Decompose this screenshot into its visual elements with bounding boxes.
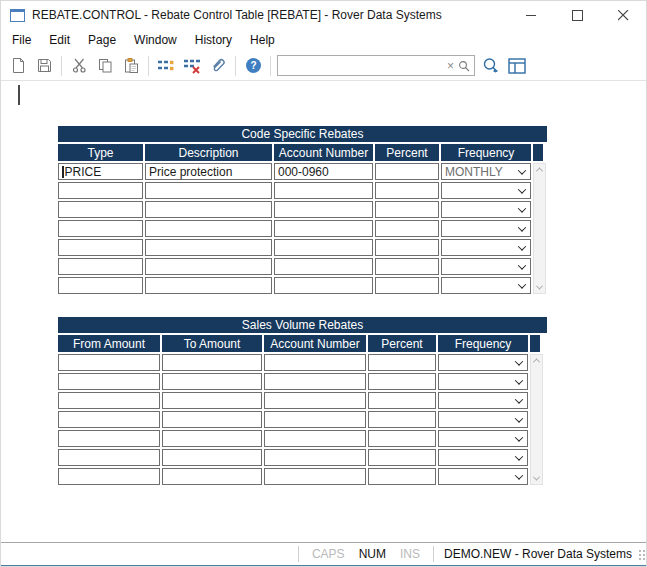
cell-account_number[interactable] bbox=[264, 354, 366, 371]
cell-frequency[interactable] bbox=[441, 277, 531, 294]
cell-from_amount[interactable] bbox=[58, 411, 160, 428]
cell-description[interactable] bbox=[145, 220, 272, 237]
cell-frequency[interactable] bbox=[438, 468, 528, 485]
cell-type[interactable] bbox=[58, 182, 143, 199]
delete-row-button[interactable] bbox=[180, 54, 204, 78]
cell-from_amount[interactable] bbox=[58, 468, 160, 485]
cell-frequency[interactable] bbox=[438, 411, 528, 428]
chevron-down-icon[interactable] bbox=[518, 204, 526, 212]
cell-frequency[interactable] bbox=[438, 354, 528, 371]
save-button[interactable] bbox=[32, 54, 56, 78]
cell-frequency[interactable] bbox=[441, 220, 531, 237]
chevron-down-icon[interactable] bbox=[518, 185, 526, 193]
search-clear-icon[interactable]: × bbox=[444, 60, 457, 72]
chevron-down-icon[interactable] bbox=[518, 242, 526, 250]
cell-description[interactable] bbox=[145, 239, 272, 256]
cell-account_number[interactable] bbox=[274, 220, 373, 237]
chevron-down-icon[interactable] bbox=[518, 223, 526, 231]
cell-percent[interactable] bbox=[375, 277, 439, 294]
cell-from_amount[interactable] bbox=[58, 449, 160, 466]
chevron-down-icon[interactable] bbox=[515, 433, 523, 441]
paste-button[interactable] bbox=[119, 54, 143, 78]
resize-grip[interactable] bbox=[636, 551, 645, 560]
cell-account_number[interactable] bbox=[264, 373, 366, 390]
cell-percent[interactable] bbox=[368, 449, 436, 466]
cell-type[interactable] bbox=[58, 239, 143, 256]
cell-type[interactable] bbox=[58, 258, 143, 275]
search-icon[interactable] bbox=[457, 60, 474, 72]
cell-frequency[interactable]: MONTHLY bbox=[441, 163, 531, 180]
cell-to_amount[interactable] bbox=[162, 449, 262, 466]
cell-account_number[interactable] bbox=[274, 182, 373, 199]
cell-percent[interactable] bbox=[368, 468, 436, 485]
cell-to_amount[interactable] bbox=[162, 354, 262, 371]
scroll-up-icon[interactable] bbox=[532, 355, 541, 366]
cell-percent[interactable] bbox=[368, 392, 436, 409]
menu-history[interactable]: History bbox=[186, 30, 241, 50]
cell-frequency[interactable] bbox=[441, 182, 531, 199]
cell-from_amount[interactable] bbox=[58, 354, 160, 371]
cell-frequency[interactable] bbox=[441, 258, 531, 275]
cell-percent[interactable] bbox=[375, 163, 439, 180]
cell-description[interactable] bbox=[145, 201, 272, 218]
chevron-down-icon[interactable] bbox=[515, 357, 523, 365]
search-input[interactable] bbox=[278, 57, 444, 74]
cell-percent[interactable] bbox=[375, 201, 439, 218]
cell-percent[interactable] bbox=[375, 239, 439, 256]
maximize-button[interactable] bbox=[554, 1, 600, 29]
vertical-scrollbar[interactable] bbox=[530, 354, 543, 485]
cell-percent[interactable] bbox=[375, 220, 439, 237]
cell-to_amount[interactable] bbox=[162, 373, 262, 390]
menu-page[interactable]: Page bbox=[79, 30, 125, 50]
cell-frequency[interactable] bbox=[438, 373, 528, 390]
chevron-down-icon[interactable] bbox=[515, 414, 523, 422]
attachment-button[interactable] bbox=[206, 54, 230, 78]
cell-percent[interactable] bbox=[368, 373, 436, 390]
zoom-records-button[interactable] bbox=[479, 54, 503, 78]
chevron-down-icon[interactable] bbox=[518, 280, 526, 288]
cell-type[interactable]: PRICE bbox=[58, 163, 143, 180]
cut-button[interactable] bbox=[67, 54, 91, 78]
cell-account_number[interactable] bbox=[274, 239, 373, 256]
close-button[interactable] bbox=[600, 1, 646, 29]
copy-button[interactable] bbox=[93, 54, 117, 78]
cell-account_number[interactable]: 000-0960 bbox=[274, 163, 373, 180]
cell-description[interactable]: Price protection bbox=[145, 163, 272, 180]
cell-account_number[interactable] bbox=[274, 277, 373, 294]
scroll-down-icon[interactable] bbox=[535, 282, 544, 293]
cell-type[interactable] bbox=[58, 277, 143, 294]
cell-frequency[interactable] bbox=[441, 201, 531, 218]
cell-to_amount[interactable] bbox=[162, 468, 262, 485]
cell-percent[interactable] bbox=[368, 411, 436, 428]
menu-window[interactable]: Window bbox=[125, 30, 186, 50]
cell-account_number[interactable] bbox=[264, 430, 366, 447]
vertical-scrollbar[interactable] bbox=[533, 163, 546, 294]
cell-to_amount[interactable] bbox=[162, 411, 262, 428]
cell-account_number[interactable] bbox=[274, 201, 373, 218]
cell-percent[interactable] bbox=[375, 258, 439, 275]
cell-percent[interactable] bbox=[368, 354, 436, 371]
cell-account_number[interactable] bbox=[264, 468, 366, 485]
chevron-down-icon[interactable] bbox=[515, 376, 523, 384]
cell-type[interactable] bbox=[58, 201, 143, 218]
cell-to_amount[interactable] bbox=[162, 392, 262, 409]
cell-account_number[interactable] bbox=[274, 258, 373, 275]
menu-file[interactable]: File bbox=[3, 30, 40, 50]
cell-from_amount[interactable] bbox=[58, 392, 160, 409]
chevron-down-icon[interactable] bbox=[518, 166, 526, 174]
cell-frequency[interactable] bbox=[441, 239, 531, 256]
cell-from_amount[interactable] bbox=[58, 430, 160, 447]
help-button[interactable]: ? bbox=[241, 54, 265, 78]
cell-frequency[interactable] bbox=[438, 449, 528, 466]
chevron-down-icon[interactable] bbox=[515, 395, 523, 403]
chevron-down-icon[interactable] bbox=[518, 261, 526, 269]
scroll-down-icon[interactable] bbox=[532, 473, 541, 484]
cell-to_amount[interactable] bbox=[162, 430, 262, 447]
cell-percent[interactable] bbox=[368, 430, 436, 447]
chevron-down-icon[interactable] bbox=[515, 471, 523, 479]
menu-edit[interactable]: Edit bbox=[40, 30, 79, 50]
cell-frequency[interactable] bbox=[438, 392, 528, 409]
new-document-button[interactable] bbox=[6, 54, 30, 78]
cell-type[interactable] bbox=[58, 220, 143, 237]
minimize-button[interactable] bbox=[508, 1, 554, 29]
